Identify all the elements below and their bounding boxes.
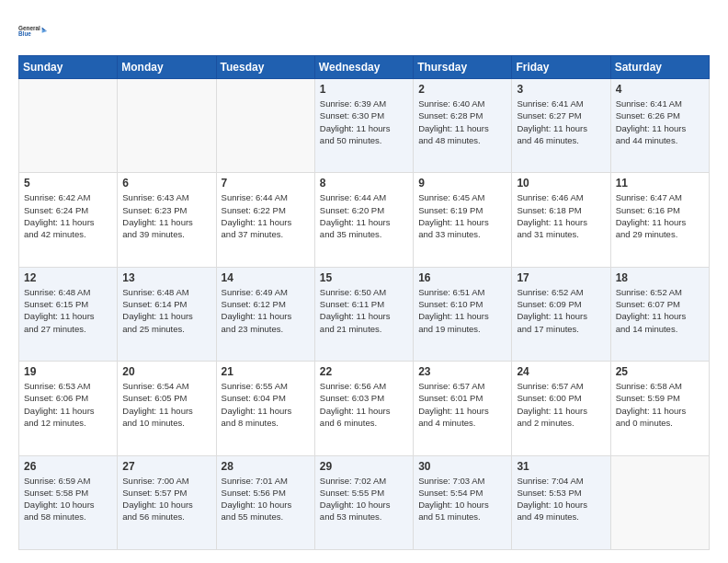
calendar-cell: 11Sunrise: 6:47 AM Sunset: 6:16 PM Dayli… bbox=[610, 173, 709, 267]
calendar-cell: 29Sunrise: 7:02 AM Sunset: 5:55 PM Dayli… bbox=[314, 455, 413, 549]
calendar-cell: 27Sunrise: 7:00 AM Sunset: 5:57 PM Dayli… bbox=[118, 455, 216, 549]
day-info: Sunrise: 7:03 AM Sunset: 5:54 PM Dayligh… bbox=[418, 475, 506, 523]
calendar-cell: 7Sunrise: 6:44 AM Sunset: 6:22 PM Daylig… bbox=[216, 173, 314, 267]
day-info: Sunrise: 6:44 AM Sunset: 6:22 PM Dayligh… bbox=[222, 191, 310, 240]
svg-text:General: General bbox=[18, 25, 40, 31]
day-info: Sunrise: 6:48 AM Sunset: 6:15 PM Dayligh… bbox=[24, 286, 112, 335]
day-info: Sunrise: 6:53 AM Sunset: 6:06 PM Dayligh… bbox=[24, 380, 112, 429]
calendar-cell: 4Sunrise: 6:41 AM Sunset: 6:26 PM Daylig… bbox=[610, 79, 709, 173]
week-row-5: 26Sunrise: 6:59 AM Sunset: 5:58 PM Dayli… bbox=[19, 455, 710, 549]
day-number: 5 bbox=[24, 177, 112, 190]
weekday-header-monday: Monday bbox=[118, 56, 216, 79]
weekday-header-sunday: Sunday bbox=[19, 56, 118, 79]
day-info: Sunrise: 6:45 AM Sunset: 6:19 PM Dayligh… bbox=[418, 191, 506, 240]
day-number: 26 bbox=[24, 460, 112, 473]
calendar-cell: 15Sunrise: 6:50 AM Sunset: 6:11 PM Dayli… bbox=[314, 267, 413, 361]
calendar-cell: 14Sunrise: 6:49 AM Sunset: 6:12 PM Dayli… bbox=[216, 267, 314, 361]
weekday-header-tuesday: Tuesday bbox=[216, 56, 314, 79]
day-info: Sunrise: 6:58 AM Sunset: 5:59 PM Dayligh… bbox=[616, 380, 704, 429]
weekday-header-friday: Friday bbox=[512, 56, 610, 79]
day-number: 9 bbox=[418, 177, 506, 190]
day-number: 11 bbox=[616, 177, 704, 190]
calendar-cell: 8Sunrise: 6:44 AM Sunset: 6:20 PM Daylig… bbox=[314, 173, 413, 267]
day-info: Sunrise: 6:51 AM Sunset: 6:10 PM Dayligh… bbox=[418, 286, 506, 335]
day-number: 31 bbox=[517, 460, 605, 473]
calendar-cell: 28Sunrise: 7:01 AM Sunset: 5:56 PM Dayli… bbox=[216, 455, 314, 549]
calendar-cell: 31Sunrise: 7:04 AM Sunset: 5:53 PM Dayli… bbox=[512, 455, 610, 549]
calendar-cell: 25Sunrise: 6:58 AM Sunset: 5:59 PM Dayli… bbox=[610, 362, 709, 455]
calendar-cell: 19Sunrise: 6:53 AM Sunset: 6:06 PM Dayli… bbox=[19, 362, 118, 455]
calendar-cell: 13Sunrise: 6:48 AM Sunset: 6:14 PM Dayli… bbox=[118, 267, 216, 361]
day-info: Sunrise: 6:57 AM Sunset: 6:01 PM Dayligh… bbox=[418, 380, 506, 429]
day-info: Sunrise: 6:41 AM Sunset: 6:26 PM Dayligh… bbox=[616, 98, 704, 146]
day-number: 14 bbox=[222, 271, 310, 284]
day-number: 30 bbox=[418, 460, 506, 473]
day-number: 13 bbox=[122, 271, 210, 284]
day-number: 6 bbox=[122, 177, 210, 190]
day-number: 7 bbox=[222, 177, 310, 190]
logo: GeneralBlue bbox=[18, 17, 48, 46]
calendar-cell: 21Sunrise: 6:55 AM Sunset: 6:04 PM Dayli… bbox=[216, 362, 314, 455]
day-info: Sunrise: 6:49 AM Sunset: 6:12 PM Dayligh… bbox=[222, 286, 310, 335]
day-info: Sunrise: 6:47 AM Sunset: 6:16 PM Dayligh… bbox=[616, 191, 704, 240]
calendar-cell: 6Sunrise: 6:43 AM Sunset: 6:23 PM Daylig… bbox=[118, 173, 216, 267]
day-info: Sunrise: 7:02 AM Sunset: 5:55 PM Dayligh… bbox=[320, 475, 408, 523]
day-info: Sunrise: 7:00 AM Sunset: 5:57 PM Dayligh… bbox=[122, 475, 210, 523]
day-info: Sunrise: 6:56 AM Sunset: 6:03 PM Dayligh… bbox=[320, 380, 408, 429]
day-info: Sunrise: 6:40 AM Sunset: 6:28 PM Dayligh… bbox=[418, 98, 506, 146]
day-info: Sunrise: 6:48 AM Sunset: 6:14 PM Dayligh… bbox=[122, 286, 210, 335]
day-info: Sunrise: 6:43 AM Sunset: 6:23 PM Dayligh… bbox=[122, 191, 210, 240]
day-number: 27 bbox=[122, 460, 210, 473]
calendar-cell: 22Sunrise: 6:56 AM Sunset: 6:03 PM Dayli… bbox=[314, 362, 413, 455]
calendar-cell: 23Sunrise: 6:57 AM Sunset: 6:01 PM Dayli… bbox=[414, 362, 512, 455]
day-number: 17 bbox=[517, 271, 605, 284]
calendar-cell: 1Sunrise: 6:39 AM Sunset: 6:30 PM Daylig… bbox=[314, 79, 413, 173]
calendar-cell bbox=[610, 455, 709, 549]
day-info: Sunrise: 6:39 AM Sunset: 6:30 PM Dayligh… bbox=[320, 98, 408, 146]
day-number: 3 bbox=[517, 83, 605, 96]
calendar-cell: 30Sunrise: 7:03 AM Sunset: 5:54 PM Dayli… bbox=[414, 455, 512, 549]
calendar-cell: 16Sunrise: 6:51 AM Sunset: 6:10 PM Dayli… bbox=[414, 267, 512, 361]
day-number: 28 bbox=[222, 460, 310, 473]
day-info: Sunrise: 6:55 AM Sunset: 6:04 PM Dayligh… bbox=[222, 380, 310, 429]
day-info: Sunrise: 6:59 AM Sunset: 5:58 PM Dayligh… bbox=[24, 475, 112, 523]
calendar-cell: 2Sunrise: 6:40 AM Sunset: 6:28 PM Daylig… bbox=[414, 79, 512, 173]
day-info: Sunrise: 6:50 AM Sunset: 6:11 PM Dayligh… bbox=[320, 286, 408, 335]
day-info: Sunrise: 6:52 AM Sunset: 6:09 PM Dayligh… bbox=[517, 286, 605, 335]
day-info: Sunrise: 6:57 AM Sunset: 6:00 PM Dayligh… bbox=[517, 380, 605, 429]
day-number: 20 bbox=[122, 365, 210, 378]
day-number: 19 bbox=[24, 365, 112, 378]
week-row-2: 5Sunrise: 6:42 AM Sunset: 6:24 PM Daylig… bbox=[19, 173, 710, 267]
logo-icon: GeneralBlue bbox=[18, 17, 48, 46]
weekday-header-thursday: Thursday bbox=[414, 56, 512, 79]
day-number: 16 bbox=[418, 271, 506, 284]
day-number: 21 bbox=[222, 365, 310, 378]
day-number: 29 bbox=[320, 460, 408, 473]
weekday-header-row: SundayMondayTuesdayWednesdayThursdayFrid… bbox=[19, 56, 710, 79]
day-number: 2 bbox=[418, 83, 506, 96]
day-number: 23 bbox=[418, 365, 506, 378]
day-number: 4 bbox=[616, 83, 704, 96]
week-row-4: 19Sunrise: 6:53 AM Sunset: 6:06 PM Dayli… bbox=[19, 362, 710, 455]
day-info: Sunrise: 6:42 AM Sunset: 6:24 PM Dayligh… bbox=[24, 191, 112, 240]
calendar-cell bbox=[118, 79, 216, 173]
day-number: 25 bbox=[616, 365, 704, 378]
calendar-cell: 10Sunrise: 6:46 AM Sunset: 6:18 PM Dayli… bbox=[512, 173, 610, 267]
day-number: 10 bbox=[517, 177, 605, 190]
day-info: Sunrise: 6:46 AM Sunset: 6:18 PM Dayligh… bbox=[517, 191, 605, 240]
header: GeneralBlue bbox=[18, 17, 710, 46]
svg-text:Blue: Blue bbox=[18, 30, 31, 37]
weekday-header-wednesday: Wednesday bbox=[314, 56, 413, 79]
calendar-cell: 9Sunrise: 6:45 AM Sunset: 6:19 PM Daylig… bbox=[414, 173, 512, 267]
calendar-cell: 26Sunrise: 6:59 AM Sunset: 5:58 PM Dayli… bbox=[19, 455, 118, 549]
calendar-cell: 12Sunrise: 6:48 AM Sunset: 6:15 PM Dayli… bbox=[19, 267, 118, 361]
day-number: 1 bbox=[320, 83, 408, 96]
calendar-cell bbox=[216, 79, 314, 173]
calendar-cell: 20Sunrise: 6:54 AM Sunset: 6:05 PM Dayli… bbox=[118, 362, 216, 455]
day-info: Sunrise: 7:01 AM Sunset: 5:56 PM Dayligh… bbox=[222, 475, 310, 523]
calendar-cell: 24Sunrise: 6:57 AM Sunset: 6:00 PM Dayli… bbox=[512, 362, 610, 455]
day-number: 8 bbox=[320, 177, 408, 190]
calendar-cell: 3Sunrise: 6:41 AM Sunset: 6:27 PM Daylig… bbox=[512, 79, 610, 173]
day-info: Sunrise: 6:44 AM Sunset: 6:20 PM Dayligh… bbox=[320, 191, 408, 240]
calendar-table: SundayMondayTuesdayWednesdayThursdayFrid… bbox=[18, 55, 710, 550]
